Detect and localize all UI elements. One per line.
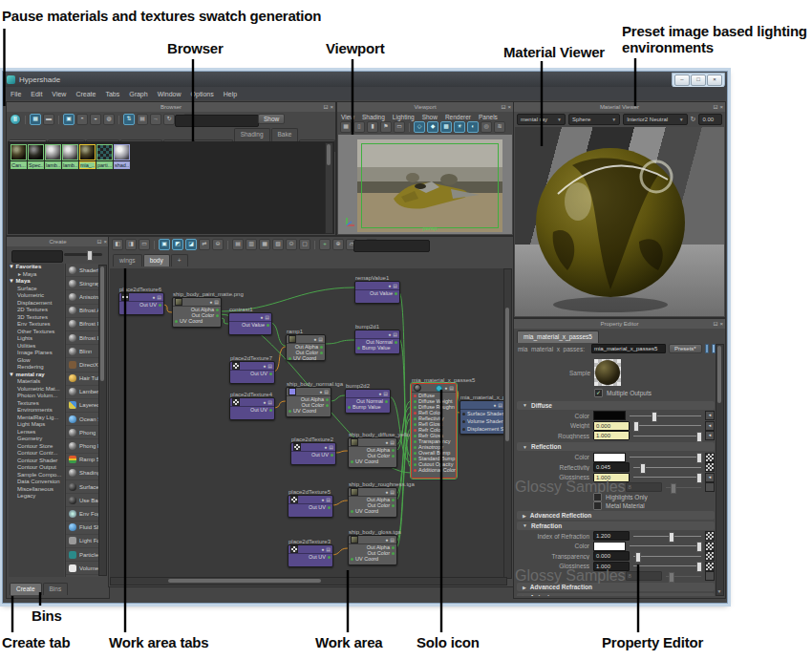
color-swatch[interactable] — [593, 411, 626, 420]
graph-node-bump[interactable]: bump2d2●▤Out NormalBump Value — [345, 389, 391, 414]
viewport-view[interactable]: persp — [338, 135, 512, 234]
material-swatch[interactable]: Can... — [11, 144, 27, 167]
tree-item[interactable]: Materials — [9, 378, 64, 386]
close-icon[interactable]: × — [103, 238, 107, 245]
section-header-advanced-reflection[interactable]: ▶Advanced Reflection — [517, 511, 715, 520]
refresh-viewer-icon[interactable]: ↻ — [691, 116, 696, 123]
node-menu-icon[interactable]: ▤ — [390, 490, 395, 495]
create-panel-header[interactable]: Create ⊡× — [7, 237, 109, 246]
wire[interactable] — [330, 395, 345, 401]
material-swatch[interactable]: parti... — [96, 144, 113, 167]
tree-item[interactable]: Glow — [9, 357, 64, 365]
tree-header[interactable]: ▼ mental ray — [9, 372, 64, 379]
tree-header[interactable]: ▼ Favorites — [9, 264, 64, 271]
port-dot[interactable] — [395, 292, 397, 295]
node-menu-icon[interactable]: ▤ — [390, 538, 395, 543]
port-dot[interactable] — [320, 346, 323, 349]
attribute-slider[interactable] — [666, 572, 701, 581]
connection-arrow-icon[interactable]: ◂ — [705, 421, 715, 431]
node-list-item[interactable]: Shading... — [66, 467, 102, 480]
tree-item[interactable]: Geometry — [9, 436, 64, 443]
graph-upstream-icon[interactable]: ◩ — [172, 239, 183, 250]
node-header[interactable]: ●▤ — [229, 313, 271, 322]
graph-both-directions-icon[interactable]: ⇄ — [199, 239, 210, 250]
tree-item[interactable]: Lights — [9, 335, 64, 343]
previous-graph-icon[interactable]: ◧ — [112, 239, 123, 250]
tree-item[interactable]: Miscellaneous — [9, 486, 64, 494]
node-menu-icon[interactable]: ▤ — [265, 315, 269, 320]
tree-item[interactable]: MentalRay Lig... — [9, 415, 64, 422]
clear-graph-icon[interactable]: ▭ — [139, 239, 150, 250]
wire[interactable] — [331, 548, 348, 555]
graph-node-file2[interactable]: ramp1●▤Out AlphaOut ColorUV Coord — [286, 334, 326, 361]
tree-expand-icon[interactable]: ▼ — [9, 278, 16, 284]
tree-item[interactable]: ▸ Maya — [9, 271, 64, 279]
port-dot[interactable] — [414, 463, 417, 466]
minimize-button[interactable]: – — [674, 75, 690, 86]
bins-tab[interactable]: Bins — [43, 583, 69, 595]
node-state-icon[interactable]: ● — [385, 440, 388, 445]
tree-item[interactable]: Surface — [9, 286, 64, 293]
create-search-input[interactable] — [11, 250, 63, 263]
port-dot[interactable] — [288, 357, 291, 360]
in-port[interactable]: UV Coord — [287, 408, 331, 414]
work-area-tab-body[interactable]: body — [143, 254, 170, 266]
graph-node-util[interactable]: remapValue1●▤Out Value — [354, 281, 400, 304]
texture-map-icon[interactable] — [705, 551, 715, 561]
graph-node-place2d[interactable]: place2dTexture6●▤Out UV — [118, 292, 164, 315]
node-header[interactable]: ●▤ — [349, 438, 396, 447]
node-header[interactable]: ●▤ — [287, 388, 331, 396]
node-list-item[interactable]: Light Fog — [66, 535, 102, 548]
node-list-item[interactable]: Stingray... — [66, 277, 102, 290]
close-icon[interactable]: × — [719, 320, 723, 328]
in-port[interactable]: Bump Value — [355, 345, 399, 351]
node-state-icon[interactable]: ● — [378, 392, 381, 396]
in-port[interactable]: UV Coord — [173, 318, 221, 324]
work-area-search-input[interactable] — [353, 240, 430, 252]
create-tab[interactable]: Create — [10, 583, 42, 595]
section-header-anisotropy[interactable]: ▶Anisotropy — [517, 593, 715, 597]
remove-selected-icon[interactable]: ⊖ — [212, 239, 224, 250]
camera-lock-icon[interactable]: ▯ — [353, 121, 365, 133]
connected-attributes-icon[interactable]: ▥ — [246, 239, 257, 250]
scroll-down-arrow-icon[interactable]: ▼ — [716, 588, 722, 594]
graph-node-mia[interactable]: mia_material_x_passes5●▤DiffuseDiffuse W… — [411, 383, 457, 479]
all-attributes-icon[interactable]: ▦ — [259, 239, 270, 250]
node-menu-icon[interactable]: ▤ — [326, 498, 331, 502]
node-list-item[interactable]: Bifrost Li... — [66, 331, 102, 345]
small-swatches-icon[interactable]: ▦ — [30, 114, 41, 125]
port-dot[interactable] — [326, 398, 329, 401]
out-port[interactable]: Out UV — [291, 452, 335, 458]
graph-node-file[interactable]: ship_body_paint_matte.png●▤Out AlphaOut … — [172, 297, 222, 328]
node-header[interactable]: ●▤ — [230, 362, 274, 371]
material-swatch[interactable]: lamb... — [62, 144, 78, 167]
out-port[interactable]: Out Value — [229, 322, 271, 328]
port-dot[interactable] — [414, 452, 417, 455]
port-dot[interactable] — [320, 351, 323, 354]
node-menu-icon[interactable]: ▤ — [267, 400, 272, 405]
graph-node-file[interactable]: ship_body_diffuse_yellow.tga●▤Out AlphaO… — [348, 437, 397, 468]
attribute-slider[interactable] — [666, 483, 701, 492]
port-dot[interactable] — [351, 558, 353, 561]
port-dot[interactable] — [392, 552, 395, 555]
close-button[interactable]: × — [707, 75, 722, 86]
node-header[interactable]: ●▤ — [288, 496, 332, 504]
exposure-field[interactable]: 0.00 — [698, 114, 722, 125]
node-state-icon[interactable]: ● — [313, 337, 316, 342]
node-list-item[interactable]: Ramp Sh... — [66, 454, 102, 467]
tree-item[interactable]: Volumetric Mat... — [9, 386, 64, 394]
node-state-icon[interactable]: ● — [444, 386, 447, 391]
attribute-slider[interactable] — [630, 453, 701, 461]
port-dot[interactable] — [267, 324, 269, 327]
solo-icon[interactable] — [436, 385, 442, 392]
shaded-icon[interactable]: ◆ — [427, 121, 438, 133]
node-header[interactable]: ●▤ — [460, 401, 504, 410]
attribute-slider[interactable] — [633, 473, 701, 481]
motion-blur-icon[interactable]: ≋ — [494, 121, 505, 133]
node-name-field[interactable]: mia_material_x_passes5 — [591, 344, 666, 353]
graph-node-place2d[interactable]: place2dTexture2●▤Out UV — [290, 442, 336, 465]
value-field[interactable]: 1.000 — [593, 431, 630, 440]
tree-item[interactable]: 3D Textures — [9, 314, 64, 322]
in-port[interactable]: UV Coord — [349, 556, 396, 562]
connection-arrow-icon[interactable]: ◂ — [705, 473, 715, 482]
